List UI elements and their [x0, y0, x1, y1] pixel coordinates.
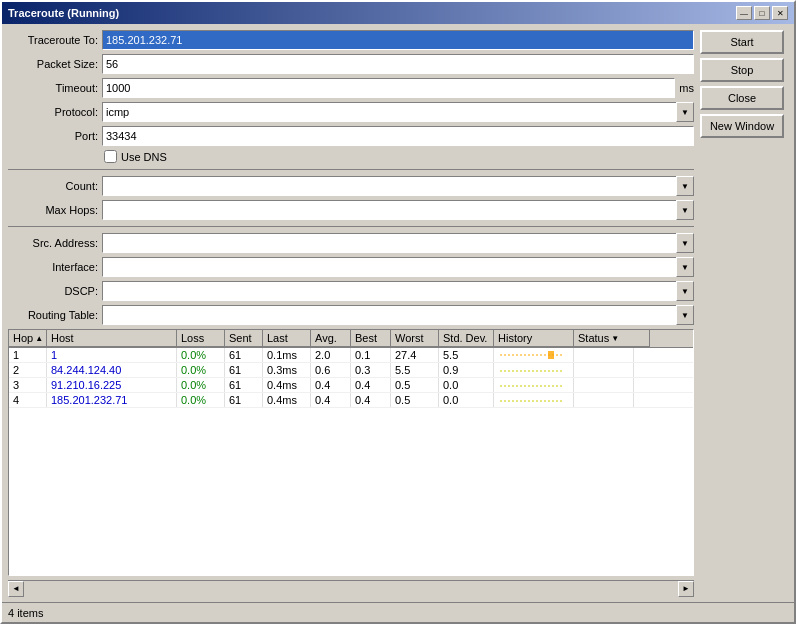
td-best: 0.4 — [351, 378, 391, 392]
td-history — [494, 363, 574, 377]
td-worst: 27.4 — [391, 348, 439, 362]
port-label: Port: — [8, 130, 98, 142]
td-stddev: 5.5 — [439, 348, 494, 362]
max-hops-dropdown-arrow[interactable]: ▼ — [676, 200, 694, 220]
max-hops-row: Max Hops: ▼ — [8, 200, 694, 220]
td-worst: 0.5 — [391, 393, 439, 407]
use-dns-checkbox[interactable] — [104, 150, 117, 163]
max-hops-label: Max Hops: — [8, 204, 98, 216]
td-last: 0.1ms — [263, 348, 311, 362]
timeout-row: Timeout: ms — [8, 78, 694, 98]
col-stddev-header[interactable]: Std. Dev. — [439, 330, 494, 347]
traceroute-to-label: Traceroute To: — [8, 34, 98, 46]
start-button[interactable]: Start — [700, 30, 784, 54]
timeout-label: Timeout: — [8, 82, 98, 94]
results-table-container: Hop ▲ Host Loss Sent Last Avg. Best Wors… — [8, 329, 694, 576]
td-loss: 0.0% — [177, 378, 225, 392]
src-address-input[interactable] — [102, 233, 694, 253]
stop-button[interactable]: Stop — [700, 58, 784, 82]
src-address-label: Src. Address: — [8, 237, 98, 249]
td-sent: 61 — [225, 378, 263, 392]
history-chart — [498, 394, 569, 406]
close-button-action[interactable]: Close — [700, 86, 784, 110]
packet-size-label: Packet Size: — [8, 58, 98, 70]
td-last: 0.4ms — [263, 378, 311, 392]
dscp-row: DSCP: ▼ — [8, 281, 694, 301]
new-window-button[interactable]: New Window — [700, 114, 784, 138]
port-row: Port: — [8, 126, 694, 146]
main-window: Traceroute (Running) — □ ✕ Traceroute To… — [0, 0, 796, 624]
col-hop-header[interactable]: Hop ▲ — [9, 330, 47, 347]
horizontal-scrollbar[interactable]: ◄ ► — [8, 580, 694, 596]
td-hop: 1 — [9, 348, 47, 362]
protocol-select[interactable]: icmp udp tcp — [102, 102, 694, 122]
table-row: 2 84.244.124.40 0.0% 61 0.3ms 0.6 0.3 5.… — [9, 363, 693, 378]
use-dns-row: Use DNS — [8, 150, 694, 163]
traceroute-to-input[interactable] — [102, 30, 694, 50]
col-best-header[interactable]: Best — [351, 330, 391, 347]
interface-label: Interface: — [8, 261, 98, 273]
port-input[interactable] — [102, 126, 694, 146]
routing-table-input[interactable] — [102, 305, 694, 325]
td-stddev: 0.9 — [439, 363, 494, 377]
scroll-left-button[interactable]: ◄ — [8, 581, 24, 597]
count-input[interactable] — [102, 176, 694, 196]
count-dropdown-arrow[interactable]: ▼ — [676, 176, 694, 196]
max-hops-input[interactable] — [102, 200, 694, 220]
td-avg: 0.6 — [311, 363, 351, 377]
maximize-button[interactable]: □ — [754, 6, 770, 20]
col-status-header[interactable]: Status ▼ — [574, 330, 650, 347]
dscp-input-wrapper: ▼ — [102, 281, 694, 301]
td-sent: 61 — [225, 393, 263, 407]
interface-input[interactable] — [102, 257, 694, 277]
td-host: 84.244.124.40 — [47, 363, 177, 377]
col-host-header[interactable]: Host — [47, 330, 177, 347]
td-last: 0.3ms — [263, 363, 311, 377]
td-status — [574, 378, 634, 392]
col-sent-header[interactable]: Sent — [225, 330, 263, 347]
td-history — [494, 393, 574, 407]
status-bar: 4 items — [2, 602, 794, 622]
protocol-select-wrapper: icmp udp tcp ▼ — [102, 102, 694, 122]
count-label: Count: — [8, 180, 98, 192]
td-avg: 2.0 — [311, 348, 351, 362]
close-button[interactable]: ✕ — [772, 6, 788, 20]
dscp-label: DSCP: — [8, 285, 98, 297]
td-last: 0.4ms — [263, 393, 311, 407]
td-sent: 61 — [225, 363, 263, 377]
protocol-dropdown-arrow[interactable]: ▼ — [676, 102, 694, 122]
td-host: 91.210.16.225 — [47, 378, 177, 392]
packet-size-input[interactable] — [102, 54, 694, 74]
interface-input-wrapper: ▼ — [102, 257, 694, 277]
status-dropdown-icon[interactable]: ▼ — [611, 334, 619, 343]
dscp-input[interactable] — [102, 281, 694, 301]
scroll-track[interactable] — [24, 581, 678, 597]
interface-dropdown-arrow[interactable]: ▼ — [676, 257, 694, 277]
td-sent: 61 — [225, 348, 263, 362]
col-loss-header[interactable]: Loss — [177, 330, 225, 347]
td-best: 0.4 — [351, 393, 391, 407]
timeout-input[interactable] — [102, 78, 675, 98]
td-loss: 0.0% — [177, 348, 225, 362]
routing-table-label: Routing Table: — [8, 309, 98, 321]
td-host: 1 — [47, 348, 177, 362]
svg-rect-1 — [548, 351, 554, 359]
col-last-header[interactable]: Last — [263, 330, 311, 347]
td-stddev: 0.0 — [439, 378, 494, 392]
protocol-row: Protocol: icmp udp tcp ▼ — [8, 102, 694, 122]
col-avg-header[interactable]: Avg. — [311, 330, 351, 347]
minimize-button[interactable]: — — [736, 6, 752, 20]
history-chart — [498, 379, 569, 391]
col-worst-header[interactable]: Worst — [391, 330, 439, 347]
dscp-dropdown-arrow[interactable]: ▼ — [676, 281, 694, 301]
main-panel: Traceroute To: Packet Size: Timeout: ms … — [8, 30, 694, 596]
routing-table-dropdown-arrow[interactable]: ▼ — [676, 305, 694, 325]
scroll-right-button[interactable]: ► — [678, 581, 694, 597]
td-host: 185.201.232.71 — [47, 393, 177, 407]
traceroute-to-row: Traceroute To: — [8, 30, 694, 50]
td-worst: 5.5 — [391, 363, 439, 377]
td-avg: 0.4 — [311, 393, 351, 407]
src-address-dropdown-arrow[interactable]: ▼ — [676, 233, 694, 253]
use-dns-label: Use DNS — [121, 151, 167, 163]
col-history-header[interactable]: History — [494, 330, 574, 347]
